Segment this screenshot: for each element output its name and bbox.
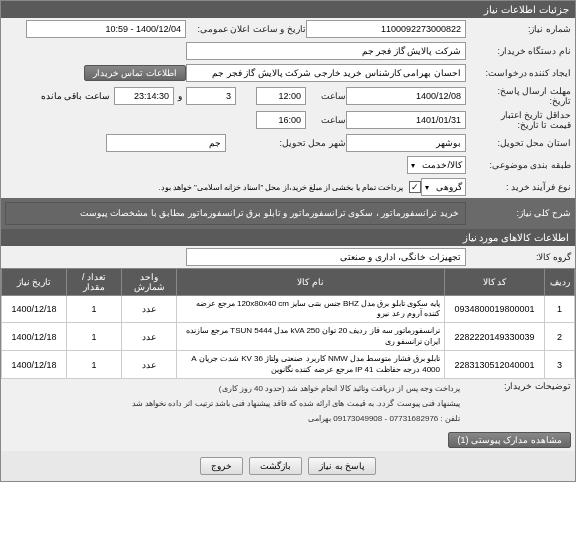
attachments-button[interactable]: مشاهده مدارک پیوستی (1) (448, 432, 571, 448)
valid-hour-field: 16:00 (256, 111, 306, 129)
creator-field: احسان بهرامی کارشناس خرید خارجی شرکت پال… (186, 64, 466, 82)
city-field: جم (106, 134, 226, 152)
valid-date-field: 1401/01/31 (346, 111, 466, 129)
pkg-select[interactable]: کالا/خدمت (407, 156, 466, 174)
col-row: ردیف (545, 268, 575, 295)
public-time-field: 1400/12/04 - 10:59 (26, 20, 186, 38)
group-label: گروه کالا: (466, 252, 571, 262)
creator-label: ایجاد کننده درخواست: (466, 68, 571, 78)
note2: پیشنهاد فنی پیوست گردد. به قیمت های ارائ… (5, 396, 466, 411)
remain-label: ساعت باقی مانده (41, 91, 110, 101)
valid-label: حداقل تاریخ اعتبار قیمت تا تاریخ: (466, 110, 571, 130)
reply-date-field: 1400/12/08 (346, 87, 466, 105)
col-name: نام کالا (177, 268, 445, 295)
remain-time-field: 23:14:30 (114, 87, 174, 105)
exit-button[interactable]: خروج (200, 457, 243, 475)
group-field: تجهیزات خانگی، اداری و صنعتی (186, 248, 466, 266)
col-unit: واحد شمارش (122, 268, 177, 295)
col-code: کد کالا (445, 268, 545, 295)
reply-hour-field: 12:00 (256, 87, 306, 105)
contact-button[interactable]: اطلاعات تماس خریدار (84, 65, 186, 81)
col-date: تاریخ نیاز (2, 268, 67, 295)
note1: پرداخت وجه پس از دریافت وتائید کالا انجا… (5, 381, 466, 396)
table-row[interactable]: 2 2282220149330039 ترانسفورماتور سه فاز … (2, 323, 575, 351)
desc-box: خرید ترانسفورماتور ، سکوی ترانسفورماتور … (5, 202, 466, 225)
hour-label: ساعت (306, 91, 346, 101)
pkg-label: طبقه بندی موضوعی: (466, 160, 571, 170)
province-field: بوشهر (346, 134, 466, 152)
table-row[interactable]: 1 0934800019800001 پایه سکوی تابلو برق م… (2, 295, 575, 323)
and-label: و (178, 91, 182, 101)
province-label: استان محل تحویل: (466, 138, 571, 148)
note3: تلفن : 07731682976 - 09173049908 بهرامی (5, 411, 466, 426)
reply-deadline-label: مهلت ارسال پاسخ: تاریخ: (466, 86, 571, 106)
public-time-label: تاریخ و ساعت اعلان عمومی: (186, 24, 306, 34)
goods-header: اطلاعات کالاهای مورد نیاز (1, 229, 575, 246)
table-row[interactable]: 3 2283130512040001 تابلو برق فشار متوسط … (2, 351, 575, 379)
panel-header: جزئیات اطلاعات نیاز (1, 1, 575, 18)
buyer-field: شرکت پالایش گاز فجر جم (186, 42, 466, 60)
buyer-label: نام دستگاه خریدار: (466, 46, 571, 56)
remain-days-field: 3 (186, 87, 236, 105)
desc-label: شرح کلی نیاز: (466, 208, 571, 218)
purchase-note: پرداخت تمام یا بخشی از مبلغ خرید،از محل … (158, 183, 403, 192)
purchase-type-select[interactable]: گروهی (421, 178, 466, 196)
hour-label-2: ساعت (306, 115, 346, 125)
remarks-label: توضیحات خریدار: (466, 381, 571, 391)
city-label: شهر محل تحویل: (226, 138, 346, 148)
purchase-type-label: نوع فرآیند خرید : (466, 182, 571, 192)
items-table: ردیف کد کالا نام کالا واحد شمارش تعداد /… (1, 268, 575, 379)
reply-button[interactable]: پاسخ به نیاز (308, 457, 376, 475)
back-button[interactable]: بازگشت (249, 457, 302, 475)
need-no-field: 1100092273000822 (306, 20, 466, 38)
col-qty: تعداد / مقدار (67, 268, 122, 295)
need-no-label: شماره نیاز: (466, 24, 571, 34)
treasury-checkbox[interactable]: ✓ (409, 181, 421, 193)
